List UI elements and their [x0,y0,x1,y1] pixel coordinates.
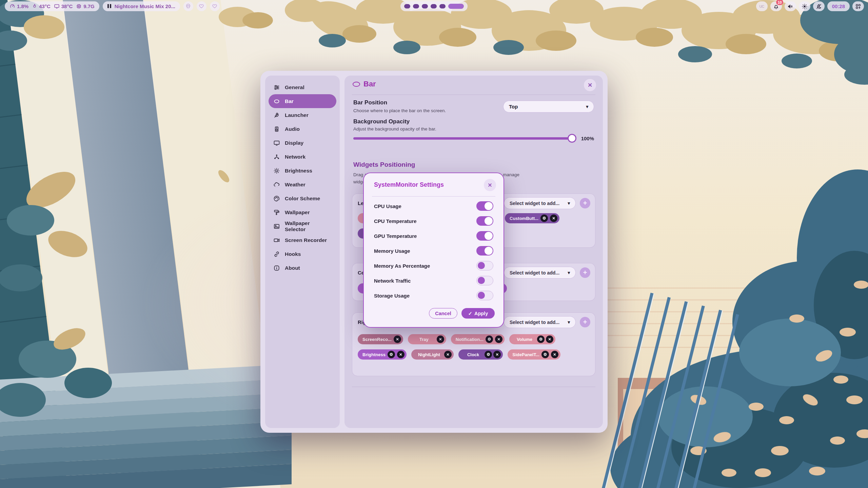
sidebar-item-wallpaper-selector[interactable]: Wallpaper Selector [269,219,336,233]
chip-label: ScreenReco... [362,337,392,342]
storage-usage-toggle[interactable] [476,291,493,300]
workspace-dot-3[interactable] [422,4,428,8]
remove-icon[interactable]: ✕ [546,336,553,343]
widget-chip-brightness[interactable]: Brightness ⚙ ✕ [358,349,407,360]
sidebar-item-color-scheme[interactable]: Color Scheme [269,191,336,205]
gpu-temperature-toggle[interactable] [476,231,493,241]
link-icon [273,251,280,258]
sidebar-item-network[interactable]: Network [269,150,336,164]
tray-app-button[interactable]: UC [756,1,768,11]
plus-icon: + [583,269,587,277]
gear-icon[interactable]: ⚙ [486,336,493,343]
widget-chip-sidepaneltoggle[interactable]: SidePanelT... ⚙ ✕ [508,349,560,360]
select-placeholder: Select widget to add... [510,201,559,206]
systemmonitor-settings-modal: SystemMonitor Settings ✕ CPU Usage CPU T… [363,172,504,328]
sidebar-item-launcher[interactable]: Launcher [269,108,336,122]
sidebar-item-hooks[interactable]: Hooks [269,247,336,261]
notifications-button[interactable]: 10 [770,1,782,11]
remove-icon[interactable]: ✕ [444,351,452,358]
memory-usage-toggle[interactable] [476,246,493,256]
widget-chip-custombutton[interactable]: CustomButt... ⚙ ✕ [505,213,559,223]
workspace-dot-2[interactable] [413,4,419,8]
bar-position-description: Choose where to place the bar on the scr… [353,108,446,113]
workspace-dot-1[interactable] [404,4,410,8]
volume-button[interactable] [785,1,796,11]
widget-chip-tray[interactable]: Tray ✕ [408,334,446,344]
toggle-label: CPU Usage [374,203,401,209]
gear-icon[interactable]: ⚙ [388,351,395,358]
workspace-active-pill[interactable] [448,4,464,9]
clock-widget[interactable]: 00:28 [827,1,850,11]
favorite-button-1[interactable] [197,1,206,11]
widget-chip-volume[interactable]: Volume ⚙ ✕ [509,334,555,344]
rocket-icon [273,112,280,119]
memory-stat: 9.7G [76,3,95,9]
sun-icon [802,3,808,9]
remove-icon[interactable]: ✕ [437,336,444,343]
sidebar-item-weather[interactable]: Weather [269,178,336,191]
center-add-widget-button[interactable]: + [580,267,590,278]
toggle-label: Memory As Percentage [374,263,430,269]
skull-button[interactable] [183,1,193,11]
chip-label: Brightness [362,352,386,357]
sidebar-item-label: Color Scheme [285,196,320,202]
sidebar-item-label: General [285,84,304,90]
memory-as-percentage-toggle[interactable] [476,261,493,270]
network-traffic-toggle[interactable] [476,276,493,285]
chip-label: CustomButt... [510,216,538,221]
widget-chip-clock[interactable]: Clock ⚙ ✕ [458,349,503,360]
sidebar-item-wallpaper[interactable]: Wallpaper [269,205,336,219]
bar-position-select[interactable]: Top ▾ [503,101,594,113]
chevron-down-icon: ▾ [568,320,570,325]
opacity-slider-track[interactable] [353,137,576,140]
workspace-dot-5[interactable] [439,4,446,8]
cpu-usage-toggle[interactable] [476,201,493,211]
sidebar-item-audio[interactable]: Audio [269,122,336,136]
sidebar-item-general[interactable]: General [269,80,336,94]
sidebar-item-label: About [285,265,300,271]
right-add-widget-select[interactable]: Select widget to add... ▾ [504,316,576,328]
bar-position-value: Top [509,104,518,109]
widget-chip-screenrecorder[interactable]: ScreenReco... ✕ [358,334,403,344]
remove-icon[interactable]: ✕ [397,351,405,358]
remove-icon[interactable]: ✕ [493,351,501,358]
brightness-button[interactable] [799,1,810,11]
widget-chip-notification[interactable]: Notification... ⚙ ✕ [451,334,505,344]
speaker-box-icon [273,126,280,133]
opacity-slider-thumb[interactable] [568,134,576,143]
sidebar-item-bar[interactable]: Bar [269,94,336,108]
page-title: Bar [363,80,376,88]
widget-chip-nightlight[interactable]: NightLight ✕ [411,349,454,360]
modal-close-button[interactable]: ✕ [484,179,496,191]
favorite-button-2[interactable] [210,1,220,11]
night-light-button[interactable] [813,1,825,11]
remove-icon[interactable]: ✕ [551,351,558,358]
apply-button[interactable]: ✓ Apply [461,308,495,319]
remove-icon[interactable]: ✕ [394,336,401,343]
select-placeholder: Select widget to add... [510,320,559,325]
gear-icon[interactable]: ⚙ [541,351,549,358]
cancel-button[interactable]: Cancel [429,308,457,319]
sidebar-item-about[interactable]: About [269,261,336,275]
center-add-widget-select[interactable]: Select widget to add... ▾ [504,267,576,279]
gear-icon[interactable]: ⚙ [540,215,548,222]
sidebar-item-display[interactable]: Display [269,136,336,150]
workspace-dot-4[interactable] [431,4,437,8]
gear-icon[interactable]: ⚙ [485,351,492,358]
gear-icon[interactable]: ⚙ [537,336,545,343]
top-bar: 1.8% 43°C 38°C 9.7G Nightcore Music Mix … [0,0,868,12]
right-add-widget-button[interactable]: + [580,317,590,327]
left-add-widget-button[interactable]: + [580,198,590,208]
media-widget[interactable]: Nightcore Music Mix 20... [103,1,180,11]
left-add-widget-select[interactable]: Select widget to add... ▾ [504,197,576,209]
sidebar-item-brightness[interactable]: Brightness [269,164,336,178]
sidebar-item-screen-recorder[interactable]: Screen Recorder [269,233,336,247]
remove-icon[interactable]: ✕ [550,215,557,222]
remove-icon[interactable]: ✕ [495,336,502,343]
window-close-button[interactable]: ✕ [584,79,596,91]
dashboard-button[interactable] [852,1,864,11]
heart-icon [212,3,217,9]
system-stats-widget[interactable]: 1.8% 43°C 38°C 9.7G [5,1,99,11]
cpu-temperature-toggle[interactable] [476,216,493,226]
chip-label: Volume [517,337,532,342]
